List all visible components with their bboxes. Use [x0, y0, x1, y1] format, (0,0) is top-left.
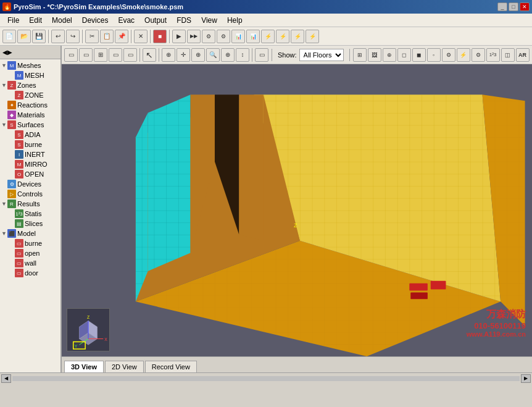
- vp-right-btn1[interactable]: ⊞: [353, 48, 367, 62]
- vp-btn1[interactable]: ▭: [64, 48, 78, 62]
- surfaces-icon: S: [7, 120, 16, 129]
- tree-materials[interactable]: ◆ Materials: [1, 110, 59, 120]
- vp-right-btn2[interactable]: 🖼: [368, 48, 381, 62]
- tree-controls[interactable]: ▷ Controls: [1, 189, 59, 199]
- tree-model[interactable]: ▼ ⬛ Model: [1, 229, 59, 238]
- tree-zone[interactable]: Z ZONE: [1, 90, 59, 100]
- menu-fds[interactable]: FDS: [172, 15, 196, 26]
- vp-right-btn7[interactable]: ⚙: [442, 48, 455, 62]
- orbit-tool[interactable]: ⊕: [162, 48, 175, 62]
- statis-icon: 1²3: [15, 209, 23, 218]
- vp-right-btn9[interactable]: ⚙: [472, 48, 485, 62]
- vp-btn5[interactable]: ▭: [123, 48, 137, 62]
- menu-file[interactable]: File: [2, 15, 24, 26]
- menu-model[interactable]: Model: [47, 15, 77, 26]
- slices-label: Slices: [25, 220, 43, 227]
- horizontal-scrollbar[interactable]: [12, 376, 520, 381]
- menu-devices[interactable]: Devices: [77, 15, 114, 26]
- vp-right-btn8[interactable]: ⚡: [457, 48, 470, 62]
- materials-label: Materials: [17, 111, 45, 119]
- save-button[interactable]: 💾: [32, 30, 46, 43]
- maximize-button[interactable]: □: [509, 2, 518, 11]
- vp-right-btn4[interactable]: ◻: [397, 48, 411, 62]
- tree-mesh[interactable]: M MESH: [1, 70, 59, 80]
- tree-model-open[interactable]: ▭ open: [1, 248, 59, 258]
- tb-extra2[interactable]: ⚙: [217, 30, 230, 43]
- pan-tool[interactable]: ⊕: [191, 48, 205, 62]
- tb-extra8[interactable]: ⚡: [305, 30, 319, 43]
- vp-btn3[interactable]: ⊞: [94, 48, 107, 62]
- open-label: OPEN: [25, 170, 44, 178]
- tree-model-burne[interactable]: ▭ burne: [1, 238, 59, 248]
- tb-extra7[interactable]: ⚡: [291, 30, 304, 43]
- tree-surface-open[interactable]: O OPEN: [1, 169, 59, 179]
- mini-cube[interactable]: X Y Z: [67, 308, 110, 351]
- close-button[interactable]: ✕: [520, 2, 530, 11]
- run-fds-button[interactable]: ▶: [172, 30, 186, 43]
- tree-surface-inert[interactable]: I INERT: [1, 149, 59, 159]
- select-tool[interactable]: ↖: [143, 48, 156, 62]
- zoom-fit-tool[interactable]: ⊕: [221, 48, 235, 62]
- menu-help[interactable]: Help: [222, 15, 247, 26]
- undo-button[interactable]: ↩: [51, 30, 65, 43]
- cut-button[interactable]: ✂: [85, 30, 99, 43]
- run-smokeview-button[interactable]: ▶▶: [187, 30, 201, 43]
- copy-button[interactable]: 📋: [100, 30, 114, 43]
- redo-button[interactable]: ↪: [66, 30, 80, 43]
- walk-tool[interactable]: ✛: [177, 48, 190, 62]
- tree-meshes[interactable]: ▼ M Meshes: [1, 61, 59, 70]
- open-button[interactable]: 📂: [17, 30, 31, 43]
- toolbar1: 📄 📂 💾 ↩ ↪ ✂ 📋 📌 ✕ ■ ▶ ▶▶ ⚙ ⚙ 📊 📊 ⚡ ⚡ ⚡ ⚡: [0, 27, 532, 46]
- tree-zones[interactable]: ▼ Z Zones: [1, 80, 59, 90]
- new-button[interactable]: 📄: [2, 30, 16, 43]
- vp-right-btn6[interactable]: ◦: [427, 48, 441, 62]
- viewport-3d[interactable]: Z X Y Z: [62, 64, 532, 356]
- stop-button[interactable]: ■: [153, 30, 167, 43]
- tree-devices[interactable]: ⚙ Devices: [1, 179, 59, 189]
- tb-extra5[interactable]: ⚡: [261, 30, 275, 43]
- watermark-line3: www.A119.com.cn: [467, 330, 526, 338]
- vp-right-btn5[interactable]: ◼: [412, 48, 426, 62]
- burne-label: burne: [25, 141, 42, 148]
- tab-2d-view[interactable]: 2D View: [105, 361, 144, 372]
- show-dropdown: Show: All Floors Floor 1 Floor 2: [275, 49, 346, 61]
- tree-model-wall[interactable]: ▭ wall: [1, 258, 59, 268]
- tb-extra4[interactable]: 📊: [246, 30, 260, 43]
- tree-model-door[interactable]: ▭ door: [1, 268, 59, 278]
- show-select[interactable]: All Floors Floor 1 Floor 2: [299, 49, 344, 61]
- vp-btn4[interactable]: ▭: [109, 48, 122, 62]
- delete-button[interactable]: ✕: [134, 30, 148, 43]
- zoom-box-tool[interactable]: ↕: [236, 48, 249, 62]
- controls-icon: ▷: [7, 190, 16, 198]
- tab-record-view[interactable]: Record View: [145, 361, 197, 372]
- menu-output[interactable]: Output: [139, 15, 172, 26]
- tree-reactions[interactable]: ✦ Reactions: [1, 100, 59, 110]
- scroll-right[interactable]: ▶: [521, 374, 531, 383]
- adia-icon: S: [15, 130, 23, 139]
- tb-extra6[interactable]: ⚡: [276, 30, 289, 43]
- minimize-button[interactable]: _: [497, 2, 507, 11]
- menu-evac[interactable]: Evac: [113, 15, 139, 26]
- tab-3d-view[interactable]: 3D View: [64, 361, 104, 372]
- paste-button[interactable]: 📌: [115, 30, 128, 43]
- vp-right-btn12[interactable]: AR: [516, 48, 530, 62]
- vp-right-btn11[interactable]: ◫: [501, 48, 515, 62]
- tb-extra3[interactable]: 📊: [231, 30, 245, 43]
- vp-right-btn10[interactable]: 1²3: [486, 48, 500, 62]
- tree-surface-burne[interactable]: S burne: [1, 140, 59, 149]
- vp-btn6[interactable]: ▭: [255, 48, 268, 62]
- vp-right-btn3[interactable]: ⊕: [383, 48, 396, 62]
- tree-surface-adia[interactable]: S ADIA: [1, 130, 59, 140]
- tree-slices[interactable]: ▤ Slices: [1, 219, 59, 229]
- model-open-label: open: [25, 250, 39, 257]
- zoom-tool[interactable]: 🔍: [206, 48, 220, 62]
- tb-extra1[interactable]: ⚙: [202, 30, 215, 43]
- tree-results[interactable]: ▼ R Results: [1, 199, 59, 209]
- scroll-left[interactable]: ◀: [1, 374, 11, 383]
- tree-surfaces[interactable]: ▼ S Surfaces: [1, 120, 59, 130]
- menu-edit[interactable]: Edit: [24, 15, 47, 26]
- tree-surface-mirro[interactable]: M MIRRO: [1, 159, 59, 169]
- vp-btn2[interactable]: ▭: [79, 48, 93, 62]
- tree-statis[interactable]: 1²3 Statis: [1, 209, 59, 219]
- menu-view[interactable]: View: [196, 15, 222, 26]
